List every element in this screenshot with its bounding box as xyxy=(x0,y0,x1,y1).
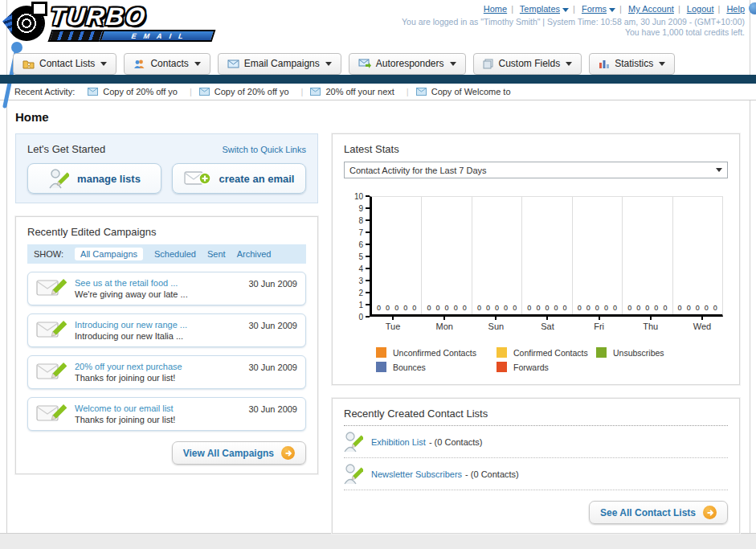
envelope-icon xyxy=(88,88,98,96)
chart-day-group: 00000 xyxy=(573,197,623,314)
x-tick-label: Wed xyxy=(676,317,728,331)
bar-value-label: 0 xyxy=(578,305,582,312)
bar-value-label: 0 xyxy=(713,305,717,312)
legend-item: Forwards xyxy=(497,362,596,372)
campaign-item: See us at the retail food ... We're givi… xyxy=(27,272,306,305)
legend-item: Unconfirmed Contacts xyxy=(376,347,497,358)
bar-value-label: 0 xyxy=(636,305,640,312)
footer-strip xyxy=(0,533,756,549)
view-all-campaigns-button[interactable]: View All Campaigns xyxy=(172,441,306,465)
campaign-link[interactable]: Welcome to our email list xyxy=(75,404,240,413)
top-link-logout[interactable]: Logout xyxy=(687,4,714,14)
bar-value-label: 0 xyxy=(454,305,458,312)
recent-activity-bar: Recent Activity: Copy of 20% off yo Copy… xyxy=(0,84,756,100)
logo-title: TURBO xyxy=(48,2,215,31)
campaign-date: 30 Jun 2009 xyxy=(248,363,297,372)
chevron-down-icon xyxy=(194,62,201,66)
campaign-item: 20% off your next purchase Thanks for jo… xyxy=(27,355,306,389)
top-link-my-account[interactable]: My Account xyxy=(628,4,674,14)
chevron-down-icon xyxy=(325,62,332,66)
create-email-button[interactable]: create an email xyxy=(172,163,306,194)
bar-value-label: 0 xyxy=(645,305,649,312)
bar-value-label: 0 xyxy=(604,305,608,312)
campaign-item: Introducing our new range ... Introducin… xyxy=(27,313,306,347)
campaign-subject: Thanks for joining our list! xyxy=(75,373,240,383)
page-title: Home xyxy=(15,110,740,124)
chevron-down-icon xyxy=(450,62,456,66)
campaign-link[interactable]: 20% off your next purchase xyxy=(75,362,240,371)
stats-period-select[interactable]: Contact Activity for the Last 7 Days xyxy=(344,162,728,178)
stacked-pages-icon xyxy=(483,59,494,69)
chevron-down-icon xyxy=(566,62,572,66)
filter-archived[interactable]: Archived xyxy=(237,249,272,259)
bar-value-label: 0 xyxy=(504,305,508,312)
filter-all-campaigns[interactable]: All Campaigns xyxy=(75,248,143,260)
envelope-pencil-icon xyxy=(36,318,67,342)
bar-chart-icon xyxy=(599,59,610,69)
campaign-subject: Thanks for joining our list! xyxy=(75,415,240,424)
filter-scheduled[interactable]: Scheduled xyxy=(154,249,196,259)
legend-item: Confirmed Contacts xyxy=(497,347,596,358)
top-link-help[interactable]: Help xyxy=(726,4,745,14)
bar-value-label: 0 xyxy=(436,305,440,312)
contact-list-item: Exhibition List- (0 Contacts) xyxy=(344,426,728,458)
legend-item: Unsubscribes xyxy=(596,347,728,358)
contacts-people-icon xyxy=(133,59,145,69)
legend-swatch-icon xyxy=(376,347,386,358)
bar-value-label: 0 xyxy=(377,305,381,312)
campaign-subject: We're giving away our late ... xyxy=(75,289,240,299)
top-link-templates[interactable]: Templates xyxy=(520,4,569,14)
campaigns-title: Recently Edited Campaigns xyxy=(27,226,306,238)
logo-subtitle: EMAIL xyxy=(123,32,191,40)
header: TURBO EMAIL Home| Templates| Forms| My A… xyxy=(0,0,756,50)
bar-value-label: 0 xyxy=(394,305,398,312)
contact-list-count: - (0 Contacts) xyxy=(429,437,483,447)
tab-contact-lists[interactable]: Contact Lists xyxy=(13,53,116,75)
x-tick-label: Sat xyxy=(521,317,573,331)
chart-day-group: 00000 xyxy=(522,197,572,314)
tab-email-campaigns[interactable]: Email Campaigns xyxy=(218,53,341,75)
legend-swatch-icon xyxy=(497,362,507,372)
bar-value-label: 0 xyxy=(687,305,691,312)
campaign-link[interactable]: See us at the retail food ... xyxy=(75,278,240,288)
bar-value-label: 0 xyxy=(463,305,467,312)
switch-quick-links[interactable]: Switch to Quick Links xyxy=(222,145,306,154)
recent-activity-item[interactable]: 20% off your next xyxy=(310,87,415,96)
bar-value-label: 0 xyxy=(554,305,558,312)
top-link-home[interactable]: Home xyxy=(484,4,507,14)
recent-activity-item[interactable]: Copy of 20% off yo xyxy=(88,87,199,96)
tab-autoresponders[interactable]: Autoresponders xyxy=(349,53,466,75)
chevron-down-icon xyxy=(609,8,615,12)
campaign-date: 30 Jun 2009 xyxy=(248,404,297,414)
bar-value-label: 0 xyxy=(513,305,517,312)
legend-swatch-icon xyxy=(376,362,386,372)
campaign-link[interactable]: Introducing our new range ... xyxy=(75,320,240,330)
login-info: You are logged in as "Timothy Smith" | S… xyxy=(402,17,745,27)
tab-contacts[interactable]: Contacts xyxy=(124,53,210,75)
help-bubble-icon[interactable] xyxy=(749,2,756,14)
tab-statistics[interactable]: Statistics xyxy=(589,53,675,75)
envelope-icon xyxy=(310,88,321,96)
logo-text: TURBO EMAIL xyxy=(50,2,214,42)
manage-lists-button[interactable]: manage lists xyxy=(27,163,161,194)
campaign-item: Welcome to our email list Thanks for joi… xyxy=(27,397,306,431)
campaign-subject: Introducing our new Italia ... xyxy=(75,331,240,341)
contact-list-link[interactable]: Exhibition List xyxy=(371,437,426,447)
top-link-forms[interactable]: Forms xyxy=(582,4,615,14)
see-all-contact-lists-button[interactable]: See All Contact Lists xyxy=(589,501,728,524)
recent-activity-item[interactable]: Copy of Welcome to xyxy=(416,87,511,96)
filter-sent[interactable]: Sent xyxy=(207,249,226,259)
legend-swatch-icon xyxy=(596,347,607,358)
contact-list-link[interactable]: Newsletter Subscribers xyxy=(371,469,462,479)
bar-value-label: 0 xyxy=(586,305,590,312)
bar-value-label: 0 xyxy=(536,305,540,312)
contact-lists-title: Recently Created Contact Lists xyxy=(344,408,728,426)
recent-activity-item[interactable]: Copy of 20% off yo xyxy=(199,87,311,96)
tab-custom-fields[interactable]: Custom Fields xyxy=(473,53,582,75)
bar-value-label: 0 xyxy=(477,305,481,312)
contact-lists-panel: Recently Created Contact Lists Exhibitio… xyxy=(332,398,740,534)
campaign-date: 30 Jun 2009 xyxy=(248,321,297,330)
legend-swatch-icon xyxy=(497,347,507,358)
app-logo: TURBO EMAIL xyxy=(8,2,214,42)
bar-value-label: 0 xyxy=(595,305,599,312)
